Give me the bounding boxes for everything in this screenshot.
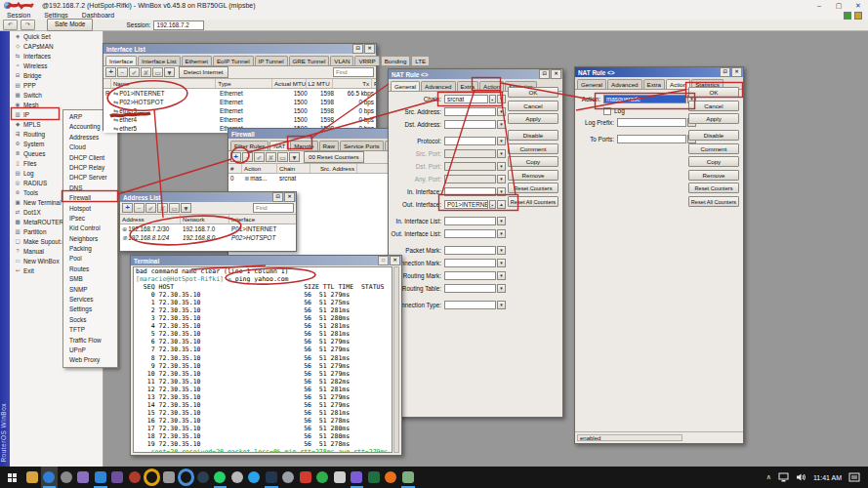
minimize-icon[interactable]: □ — [378, 256, 389, 265]
reset-counters-button[interactable]: 00 Reset Counters — [304, 151, 364, 163]
interface-column-header[interactable]: Actual MTU — [272, 79, 307, 88]
close-icon[interactable]: ✕ — [390, 256, 400, 265]
sidebar-item-mesh[interactable]: ◉Mesh — [10, 100, 103, 109]
remove-button[interactable]: Remove — [688, 170, 739, 181]
nat-action-tab-advanced[interactable]: Advanced — [607, 79, 642, 89]
chevron-down-icon[interactable]: ▼ — [497, 259, 506, 267]
ok-button[interactable]: OK — [508, 87, 558, 98]
chevron-down-icon[interactable]: ▼ — [497, 246, 506, 255]
firewall-comment-icon[interactable]: ▭ — [277, 152, 288, 162]
taskbar-active-app[interactable] — [41, 467, 59, 488]
nat-action-tab-extra[interactable]: Extra — [643, 79, 665, 89]
taskbar-app-gray-square[interactable] — [160, 467, 178, 488]
nat-general-tab-action[interactable]: Action — [479, 81, 504, 91]
apply-button[interactable]: Apply — [508, 113, 558, 124]
list-button-icon[interactable]: ▪ — [489, 95, 496, 103]
taskbar-notes-app[interactable] — [399, 467, 417, 488]
start-button[interactable] — [0, 467, 23, 488]
taskbar-app-red-circle[interactable] — [126, 467, 144, 488]
chevron-down-icon[interactable]: ▼ — [497, 137, 506, 145]
minimize-button[interactable]: – — [809, 0, 829, 11]
address-row[interactable]: ⊕192.168.7.2/30192.168.7.0P01>INTERNET — [120, 224, 296, 233]
action-select[interactable]: masquerade — [603, 95, 686, 103]
taskbar-app-red-square[interactable] — [297, 467, 314, 488]
interface-tab-ethernet[interactable]: Ethernet — [182, 56, 212, 65]
address-column-header[interactable]: Interface — [229, 215, 296, 224]
firewall-column-header[interactable]: Chain — [277, 164, 310, 173]
submenu-item-dns[interactable]: DNS — [63, 183, 117, 193]
log-prefix-input[interactable] — [617, 118, 686, 127]
interface-column-header[interactable]: Rx — [372, 79, 376, 88]
menu-dashboard[interactable]: Dashboard — [75, 12, 121, 19]
restore-icon[interactable]: ⊡ — [720, 67, 730, 77]
submenu-item-dhcp-relay[interactable]: DHCP Relay — [63, 163, 117, 173]
taskbar-app-gray-circle[interactable] — [58, 467, 75, 488]
address-column-header[interactable]: Address — [120, 215, 181, 224]
submenu-item-ipsec[interactable]: IPsec — [63, 214, 117, 224]
field-input[interactable] — [444, 259, 496, 267]
interface-tab-interface[interactable]: Interface — [105, 56, 137, 65]
maximize-button[interactable]: ▢ — [829, 0, 848, 11]
restore-icon[interactable]: ⊡ — [272, 192, 283, 202]
firewall-column-header[interactable]: Action — [242, 164, 277, 173]
submenu-item-services[interactable]: Services — [63, 295, 117, 305]
submenu-item-cloud[interactable]: Cloud — [63, 142, 117, 152]
firewall-disable-icon[interactable]: ✘ — [266, 152, 276, 162]
field-input[interactable]: srcnat — [444, 95, 488, 103]
submenu-item-neighbors[interactable]: Neighbors — [63, 234, 117, 244]
chevron-down-icon[interactable]: ▼ — [497, 217, 506, 225]
address-filter-icon[interactable]: ▼ — [181, 203, 191, 213]
taskbar-app-light-circle[interactable] — [228, 467, 246, 488]
taskbar-app-dark-circle[interactable] — [194, 467, 212, 488]
terminal-scrollbar[interactable] — [393, 266, 399, 453]
interface-tab-vlan[interactable]: VLAN — [330, 56, 353, 65]
firewall-tab-raw[interactable]: Raw — [319, 141, 339, 150]
submenu-item-addresses[interactable]: Addresses — [63, 133, 117, 142]
firewall-tab-mangle[interactable]: Mangle — [290, 141, 317, 150]
taskbar-chrome[interactable] — [178, 467, 195, 488]
field-input[interactable] — [444, 175, 496, 183]
network-icon[interactable] — [778, 472, 789, 482]
redo-icon[interactable]: ↷ — [21, 20, 35, 30]
field-input[interactable]: P01>INTERNET — [444, 200, 488, 209]
interface-column-header[interactable]: Name — [111, 79, 216, 88]
chevron-down-icon[interactable]: ▼ — [497, 229, 506, 238]
field-input[interactable] — [444, 120, 496, 129]
field-input[interactable] — [444, 187, 496, 196]
safe-mode-button[interactable]: Safe Mode — [47, 19, 93, 31]
interface-enable-icon[interactable]: ✔ — [129, 67, 140, 77]
disable-button[interactable]: Disable — [508, 130, 558, 141]
find-input[interactable]: Find — [253, 203, 294, 213]
sidebar-item-capsman[interactable]: ◇CAPsMAN — [10, 41, 103, 51]
restore-icon[interactable]: ⊡ — [539, 69, 550, 79]
submenu-item-dhcp-server[interactable]: DHCP Server — [63, 173, 117, 183]
address-enable-icon[interactable]: ✔ — [145, 203, 156, 213]
sidebar-item-wireless[interactable]: ≈Wireless — [10, 61, 103, 70]
close-button[interactable]: ✕ — [848, 0, 868, 11]
comment-button[interactable]: Comment — [508, 143, 558, 154]
taskbar-vscode[interactable] — [92, 467, 109, 488]
interface-column-header[interactable]: Type — [216, 79, 272, 88]
taskbar-app-purple[interactable] — [75, 467, 93, 488]
address-comment-icon[interactable]: ▭ — [169, 203, 180, 213]
firewall-remove-icon[interactable]: − — [242, 152, 253, 162]
chevron-down-icon[interactable]: ▼ — [497, 162, 506, 171]
sidebar-item-interfaces[interactable]: ⇆Interfaces — [10, 51, 103, 61]
nat-action-tab-general[interactable]: General — [577, 79, 606, 89]
interface-tab-lte[interactable]: LTE — [411, 56, 430, 65]
address-column-header[interactable]: Network — [181, 215, 229, 224]
sidebar-item-switch[interactable]: ▦Switch — [10, 90, 103, 100]
menu-settings[interactable]: Settings — [37, 12, 75, 19]
tray-chevron-up-icon[interactable]: ∧ — [766, 473, 771, 481]
copy-button[interactable]: Copy — [508, 156, 558, 167]
menu-session[interactable]: Session — [0, 12, 37, 19]
submenu-item-firewall[interactable]: Firewall — [63, 193, 117, 203]
nat-rule-titlebar[interactable]: NAT Rule <> ⊡ ✕ — [389, 69, 562, 79]
volume-icon[interactable] — [796, 472, 806, 482]
interface-tab-eoip-tunnel[interactable]: EoIP Tunnel — [213, 56, 254, 65]
sidebar-item-ppp[interactable]: ▤PPP — [10, 80, 103, 90]
submenu-item-web-proxy[interactable]: Web Proxy — [63, 355, 117, 365]
nat-action-tab-action[interactable]: Action — [666, 79, 690, 89]
address-list-titlebar[interactable]: Address List ⊡ ✕ — [120, 192, 296, 202]
field-input[interactable] — [444, 217, 496, 225]
